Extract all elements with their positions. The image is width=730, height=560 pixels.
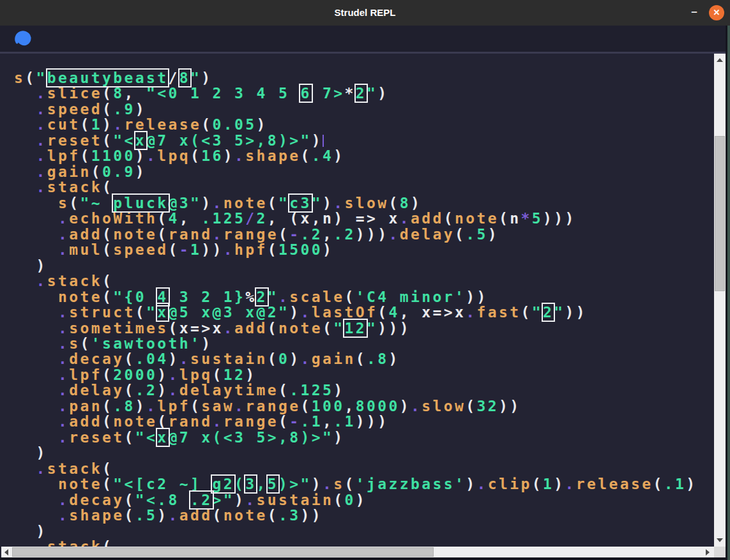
close-icon: ✕ bbox=[713, 8, 720, 17]
code-token: 5 bbox=[532, 210, 543, 227]
code-token: "~ bbox=[80, 195, 114, 211]
code-token: .5 bbox=[135, 507, 158, 524]
code-line[interactable]: .lpf(2000).lpq(12) bbox=[14, 367, 714, 382]
code-line[interactable]: .stack( bbox=[14, 273, 714, 289]
code-area[interactable]: s("beautybeast/8") .slice(8, "<0 1 2 3 4… bbox=[0, 54, 714, 547]
code-token: . bbox=[58, 351, 69, 367]
vertical-scrollbar[interactable] bbox=[714, 54, 726, 547]
code-token: . bbox=[169, 507, 179, 524]
code-line[interactable]: .shape(.5).add(note(.3)) bbox=[14, 508, 714, 523]
code-token: . bbox=[213, 226, 224, 243]
code-line[interactable]: .cut(1).release(0.05) bbox=[14, 117, 714, 132]
code-token: ) bbox=[201, 335, 212, 352]
code-line[interactable]: .gain(0.9) bbox=[14, 164, 714, 179]
code-line[interactable]: .struct("x@5 x@3 x@2").lastOf(4, x=>x.fa… bbox=[14, 305, 714, 320]
code-token bbox=[14, 398, 58, 414]
code-line[interactable]: .decay("<.8 .2>").sustain(0) bbox=[14, 492, 714, 508]
code-line[interactable]: .speed(.9) bbox=[14, 102, 714, 117]
code-token: ( bbox=[268, 320, 278, 337]
code-line[interactable]: .pan(.8).lpf(saw.range(100,8000).slow(32… bbox=[14, 398, 714, 414]
code-token: @3" bbox=[169, 195, 202, 211]
minimize-button[interactable]: – bbox=[687, 0, 702, 26]
code-line[interactable]: .stack( bbox=[14, 461, 714, 476]
code-token: 4 bbox=[168, 210, 179, 227]
code-editor[interactable]: s("beautybeast/8") .slice(8, "<0 1 2 3 4… bbox=[0, 54, 714, 547]
code-line[interactable]: ) bbox=[14, 445, 714, 460]
vertical-scroll-thumb[interactable] bbox=[715, 136, 725, 291]
code-line[interactable]: .mul(speed(-1)).hpf(1500) bbox=[14, 242, 714, 257]
code-token: , bbox=[323, 226, 333, 243]
scroll-up-arrow-icon[interactable] bbox=[717, 58, 723, 62]
code-token: , bbox=[256, 476, 267, 492]
code-token: ))) bbox=[377, 320, 411, 337]
code-token: ) bbox=[312, 476, 323, 492]
code-line[interactable]: s("beautybeast/8") bbox=[14, 70, 714, 86]
code-line[interactable]: .echoWith(4, .125/2, (x,n) => x.add(note… bbox=[14, 211, 714, 226]
code-line[interactable]: .decay(.04).sustain(0).gain(.8) bbox=[14, 351, 714, 367]
code-token: . bbox=[58, 335, 69, 352]
code-line[interactable]: .add(note(rand.range(-.2,.2))).delay(.5) bbox=[14, 227, 714, 242]
code-token: ( bbox=[80, 116, 91, 133]
code-token: .4 bbox=[312, 148, 334, 164]
titlebar[interactable]: Strudel REPL – ✕ bbox=[0, 0, 730, 26]
code-token: . bbox=[58, 429, 69, 446]
code-token: s bbox=[333, 476, 344, 492]
horizontal-scroll-thumb[interactable] bbox=[12, 547, 434, 557]
code-token: ( bbox=[653, 476, 664, 492]
code-token bbox=[14, 335, 58, 352]
horizontal-scrollbar[interactable] bbox=[1, 547, 714, 557]
code-token: .3 bbox=[278, 507, 301, 524]
code-line[interactable]: .add(note(rand.range(-.1,.1))) bbox=[14, 414, 714, 429]
code-token: ( bbox=[466, 398, 476, 414]
code-token bbox=[14, 241, 58, 258]
code-token: ) bbox=[488, 226, 499, 243]
code-token: .9 bbox=[113, 101, 135, 117]
code-token: rand bbox=[169, 226, 213, 243]
code-token: ( bbox=[268, 351, 278, 367]
code-line[interactable]: .lpf(1100).lpq(16).shape(.4) bbox=[14, 148, 714, 163]
code-token: . bbox=[224, 320, 234, 337]
code-token: . bbox=[58, 367, 69, 383]
code-line[interactable]: .stack( bbox=[14, 179, 714, 195]
code-token: delay bbox=[69, 382, 124, 398]
code-token: @5 x@3 x@2" bbox=[168, 304, 289, 321]
scroll-left-arrow-icon[interactable] bbox=[4, 549, 8, 556]
code-line[interactable]: note("{0 4 3 2 1}%2".scale('C4 minor')) bbox=[14, 289, 714, 305]
code-token: * bbox=[521, 210, 531, 227]
code-line[interactable]: note("<[c2 ~] g2(3,5)>").s('jazzbass').c… bbox=[14, 476, 714, 492]
code-token: add bbox=[234, 320, 268, 337]
code-token: release bbox=[576, 476, 653, 492]
code-line[interactable]: .s('sawtooth') bbox=[14, 336, 714, 351]
code-line[interactable]: .stack( bbox=[14, 539, 714, 547]
code-token: ( bbox=[25, 70, 36, 86]
code-token: ( bbox=[278, 413, 289, 430]
code-line[interactable]: .reset("<x@7 x(<3 5>,8)>") bbox=[14, 430, 714, 445]
scroll-right-arrow-icon[interactable] bbox=[706, 549, 710, 556]
code-token bbox=[14, 195, 58, 211]
code-token bbox=[14, 320, 58, 337]
code-line[interactable]: .slice(8, "<0 1 2 3 4 5 6 7>*2") bbox=[14, 86, 714, 101]
code-line[interactable]: ) bbox=[14, 524, 714, 539]
close-button[interactable]: ✕ bbox=[709, 5, 724, 20]
code-token: . bbox=[278, 289, 289, 305]
code-token: fast bbox=[476, 304, 521, 321]
highlighted-token: .2 bbox=[190, 492, 213, 508]
code-token: 8 bbox=[400, 195, 411, 211]
code-line[interactable]: ) bbox=[14, 258, 714, 273]
code-token: slow bbox=[422, 398, 466, 414]
code-token: ( bbox=[333, 492, 344, 508]
code-line[interactable]: s("~ pluck@3").note("c3").slow(8) bbox=[14, 195, 714, 211]
code-token: s bbox=[69, 335, 80, 352]
code-token: "< bbox=[135, 429, 158, 446]
code-token: ) bbox=[686, 476, 697, 492]
code-token: note bbox=[58, 289, 102, 305]
code-line[interactable]: .delay(.2).delaytime(.125) bbox=[14, 382, 714, 398]
code-token: lastOf bbox=[312, 304, 377, 321]
code-token: s bbox=[14, 70, 25, 86]
scroll-down-arrow-icon[interactable] bbox=[717, 538, 723, 542]
code-line[interactable]: .reset("<x@7 x(<3 5>,8)>") bbox=[14, 133, 714, 148]
code-token: / bbox=[168, 70, 179, 86]
code-token: lpf bbox=[157, 398, 190, 414]
code-token: ( bbox=[125, 382, 135, 398]
code-line[interactable]: .sometimes(x=>x.add(note("12"))) bbox=[14, 321, 714, 336]
